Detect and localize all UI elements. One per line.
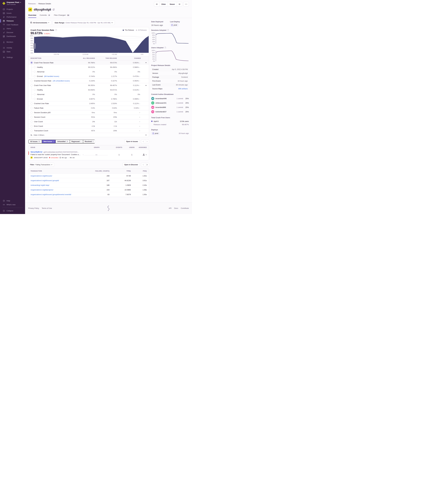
metric-radio[interactable] (34, 66, 36, 68)
metric-radio[interactable] (31, 125, 33, 127)
older-button[interactable]: Older (159, 2, 168, 6)
sidebar-item-activity[interactable]: Activity (0, 46, 25, 50)
skip-to-last-button[interactable] (177, 2, 182, 6)
metric-issues-link[interactable]: (68 handled issues) (44, 75, 59, 77)
transactions-prev-button[interactable] (141, 163, 145, 167)
sidebar-item-stats[interactable]: Stats (0, 50, 25, 54)
deploy-badge-prod[interactable]: prod (151, 132, 160, 135)
sentry-logo-icon[interactable] (106, 205, 111, 211)
metric-expander[interactable] (141, 62, 147, 63)
issues-tab-unhandled[interactable]: Unhandled26 (56, 140, 70, 143)
sidebar-item-projects[interactable]: Projects (0, 7, 25, 11)
sidebar-item-label: Monitors (7, 41, 13, 43)
transaction-link[interactable]: /organizations/:orgId/issues/:groupId/ (31, 180, 87, 181)
metric-radio[interactable] (31, 116, 33, 118)
transaction-link[interactable]: /onboarding/:orgId/:step/ (31, 184, 87, 186)
issues-tab-all-issues[interactable]: All Issues90 (28, 140, 42, 143)
skip-to-first-button[interactable] (154, 2, 159, 6)
footer-link-privacy-policy[interactable]: Privacy Policy (28, 207, 39, 209)
transactions-next-button[interactable] (145, 163, 149, 167)
metric-issues-link[interactable]: (26 unhandled issues) (53, 80, 70, 82)
transaction-link[interactable]: /organizations/:orgId/projects/ (31, 189, 87, 191)
issue-age: 8hr ago (59, 157, 67, 158)
sidebar-item-alerts[interactable]: Alerts (0, 27, 25, 31)
tab-files-changed[interactable]: Files Changed11 (54, 14, 70, 18)
sidebar-item-issues[interactable]: Issues (0, 11, 25, 15)
sidebar-item-performance[interactable]: Performance (0, 15, 25, 19)
commit-author-row: TB ticklishbird837 1 commit 25% (151, 110, 189, 114)
tab-count: 1 (80, 141, 81, 142)
transaction-row: /organizations/:orgId/issues/ 288 67.69 … (28, 173, 149, 178)
issue-title-link[interactable]: SecurityError (31, 151, 42, 153)
sidebar-item-dashboards[interactable]: Dashboards (0, 34, 25, 38)
transactions-card: TransactionFAILURE_COUNT()TPM()P50() /or… (28, 168, 149, 197)
issues-tab-resolved[interactable]: Resolved0 (83, 140, 95, 143)
metric-radio[interactable] (34, 98, 36, 100)
sidebar-item-collapse[interactable]: Collapse (0, 209, 25, 213)
footer-link-api[interactable]: API (169, 207, 171, 209)
issues-next-button[interactable] (145, 140, 149, 143)
metric-radio[interactable] (31, 62, 33, 64)
help-tooltip-icon[interactable]: ? (164, 47, 166, 49)
hide-others-toggle[interactable]: Hide 4 Others (28, 133, 149, 137)
tab-commits[interactable]: Commits4 (40, 14, 50, 18)
metric-radio[interactable] (31, 84, 33, 87)
transaction-link[interactable]: /organizations/:orgId/issues/ (31, 175, 87, 177)
footer-link-contribute[interactable]: Contribute (181, 207, 189, 209)
transactions-table-header: TransactionFAILURE_COUNT()TPM()P50() (28, 168, 149, 173)
metric-expander[interactable] (141, 85, 147, 86)
breadcrumb-releases[interactable]: Releases (28, 3, 36, 5)
metric-radio[interactable] (34, 75, 36, 77)
detail-value[interactable]: 899 artifacts (178, 88, 188, 90)
issue-users-count: 1 (126, 154, 138, 156)
sidebar-item-user-feedback[interactable]: User Feedback (0, 23, 25, 27)
open-in-discover-button[interactable]: Open in Discover (122, 163, 140, 167)
footer-link-terms-of-use[interactable]: Terms of Use (42, 207, 52, 209)
metric-radio[interactable] (31, 130, 33, 132)
metric-radio[interactable] (31, 80, 33, 82)
graph-label: 1 (83, 154, 83, 155)
transaction-filter-select[interactable]: Filter: Failing Transactions (28, 163, 54, 167)
sidebar-item-help[interactable]: Help (0, 199, 25, 203)
detail-label: Created (152, 68, 158, 70)
metric-radio[interactable] (34, 89, 36, 91)
help-tooltip-icon[interactable]: ? (167, 29, 169, 31)
issues-tab-new-issues[interactable]: New Issues1 (42, 140, 56, 143)
issues-icon (3, 12, 5, 14)
detail-value: 36 minutes ago (176, 84, 188, 86)
help-tooltip-icon[interactable]: ? (55, 29, 57, 31)
legend-item-this-release[interactable]: This Release (123, 29, 134, 31)
sidebar-item-what-s-new[interactable]: What's new (0, 203, 25, 206)
open-in-issues-button[interactable]: Open in Issues (124, 140, 140, 143)
metric-radio[interactable] (31, 102, 33, 105)
assignee-selector[interactable] (138, 153, 147, 156)
tab-overview[interactable]: Overview (28, 14, 36, 18)
all-releases-value: 99.022% (72, 66, 95, 68)
transaction-link[interactable]: /organizations/:orgId/issues/:groupId/ev… (31, 194, 87, 196)
date-range-select[interactable]: Date Range: Entire Release Period (Apr 0… (53, 20, 115, 25)
sidebar-item-settings[interactable]: Settings (0, 55, 25, 59)
issues-pagination (141, 140, 149, 143)
footer-right-links: APIDocsContribute (169, 207, 189, 209)
org-switcher[interactable]: Empower Plant Jane Schmidt (0, 0, 25, 7)
footer-link-docs[interactable]: Docs (174, 207, 178, 209)
deploy-badge-prod[interactable]: prod (170, 24, 179, 26)
metric-radio[interactable] (34, 94, 36, 95)
environment-select[interactable]: All Environments (28, 20, 51, 25)
avatar: BB (151, 97, 154, 100)
copy-icon[interactable] (53, 8, 55, 10)
metric-radio[interactable] (31, 111, 33, 114)
issues-tab-regressed[interactable]: Regressed1 (70, 140, 83, 143)
metric-radio[interactable] (31, 121, 33, 123)
line-chart (156, 32, 189, 44)
metric-radio[interactable] (34, 71, 36, 73)
issues-column-header: Users (126, 147, 138, 148)
metric-radio[interactable] (31, 107, 33, 109)
issues-prev-button[interactable] (141, 140, 145, 143)
more-actions-button[interactable] (184, 2, 189, 6)
sidebar-item-monitors[interactable]: Monitors (0, 40, 25, 44)
legend-item-all-releases[interactable]: All Releases (136, 29, 147, 31)
sidebar-item-releases[interactable]: Releases (0, 19, 25, 23)
newer-button[interactable]: Newer (168, 2, 177, 6)
sidebar-item-discover[interactable]: Discover (0, 31, 25, 34)
